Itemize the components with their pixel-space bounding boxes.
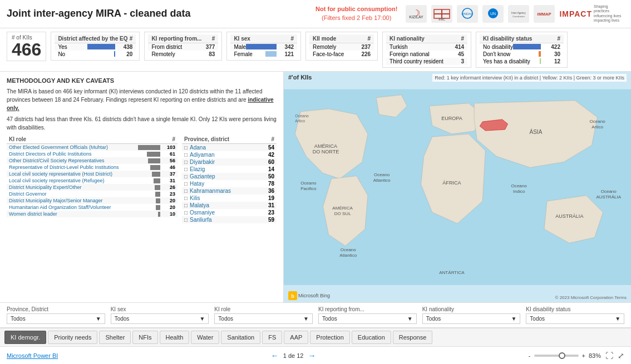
svg-text:Pacifico: Pacifico bbox=[300, 186, 317, 191]
next-page-arrow[interactable]: → bbox=[308, 351, 316, 360]
province-row[interactable]: □ Hatay 78 bbox=[182, 180, 277, 187]
methodology-para1: The MIRA is based on 466 key informant (… bbox=[7, 87, 277, 112]
ki-role-row[interactable]: Local civil society representative (Host… bbox=[7, 171, 178, 177]
ki-role-header: KI role# bbox=[7, 135, 178, 144]
ki-disability-block: KI disability status# No disability 422 … bbox=[476, 32, 568, 68]
tab-ki-demogr.[interactable]: KI demogr. bbox=[4, 331, 46, 344]
kii-count-value: 466 bbox=[12, 41, 41, 58]
ki-role-row[interactable]: District Municipality Major/Senior Manag… bbox=[7, 197, 178, 204]
impact-logo: IMPACT Shaping practices influencing liv… bbox=[559, 4, 624, 23]
left-panel: METHODOLOGY AND KEY CAVEATS The MIRA is … bbox=[0, 72, 284, 302]
tab-aap[interactable]: AAP bbox=[284, 331, 308, 344]
ki-disability-header: KI disability status# bbox=[480, 34, 564, 43]
filter-label: KI disability status bbox=[526, 306, 624, 312]
kii-mode-block: KII mode# Remotely 237 Face-to-face 226 bbox=[305, 32, 378, 61]
svg-text:b: b bbox=[291, 293, 294, 299]
filter-select[interactable]: Todos ▼ bbox=[318, 313, 417, 324]
un-logo: UN bbox=[482, 5, 504, 23]
zoom-minus[interactable]: - bbox=[529, 352, 531, 359]
filter-select[interactable]: Todos ▼ bbox=[214, 313, 313, 324]
svg-text:Atlantico: Atlantico bbox=[373, 177, 391, 182]
page-indicator: 1 de 12 bbox=[283, 352, 304, 359]
tab-education[interactable]: Education bbox=[352, 331, 391, 344]
svg-text:Oceano: Oceano bbox=[374, 172, 390, 177]
filter-select[interactable]: Todos ▼ bbox=[111, 313, 209, 324]
ki-role-row[interactable]: Women district leader 10 bbox=[7, 211, 178, 217]
fullscreen-icon[interactable]: ⛶ bbox=[605, 351, 613, 360]
province-table: Province, district# □ Adana 54 □ Adiyama… bbox=[182, 135, 277, 223]
filter-label: KI nationality bbox=[422, 306, 521, 312]
province-row[interactable]: □ Diyarbakir 60 bbox=[182, 158, 277, 166]
filter-select[interactable]: Todos ▼ bbox=[526, 313, 624, 324]
ki-role-row[interactable]: Representative of District-Level Public … bbox=[7, 164, 178, 171]
province-row[interactable]: □ Elazig 14 bbox=[182, 166, 277, 173]
ki-male-row: Male 342 bbox=[230, 43, 297, 51]
ki-role-row[interactable]: District Municipality Expert/Other 26 bbox=[7, 184, 178, 191]
kizilay-logo: ☽ KIZILAY bbox=[406, 5, 427, 23]
map-area: #'of KIIs Red: 1 key informant interview… bbox=[284, 72, 631, 302]
province-row[interactable]: □ Kahramanmaras 36 bbox=[182, 187, 277, 195]
filter-group-1: KI sex Todos ▼ bbox=[111, 306, 209, 324]
svg-text:ANTÁRTICA: ANTÁRTICA bbox=[439, 270, 465, 275]
kii-count-block: # of KIIs 466 bbox=[7, 32, 46, 61]
ki-role-row[interactable]: Other Elected Government Officials (Muht… bbox=[7, 144, 178, 151]
bottom-right: - + 83% ⛶ ⤢ bbox=[529, 351, 624, 360]
ki-sex-header: KI sex# bbox=[230, 34, 297, 43]
tab-nfis[interactable]: NFIs bbox=[132, 331, 157, 344]
disability-dontknow-row: Don't know 30 bbox=[480, 51, 564, 58]
expand-icon[interactable]: ⤢ bbox=[618, 351, 624, 360]
stats-row: # of KIIs 466 District affected by the E… bbox=[0, 28, 631, 72]
province-row[interactable]: □ Sanliurfa 59 bbox=[182, 216, 277, 223]
ki-role-row[interactable]: Humanitarian Aid Organization Staff/Volu… bbox=[7, 204, 178, 211]
province-row[interactable]: □ Osmaniye 23 bbox=[182, 209, 277, 216]
nationality-foreign-row: Foreign national 45 bbox=[386, 51, 467, 58]
svg-text:Oceano: Oceano bbox=[300, 180, 317, 185]
tab-response[interactable]: Response bbox=[393, 331, 433, 344]
ifrc-logo: IFRC bbox=[431, 5, 452, 23]
province-row[interactable]: □ Adiyaman 42 bbox=[182, 151, 277, 158]
data-tables: KI role# Other Elected Government Offici… bbox=[7, 135, 277, 223]
province-row[interactable]: □ Gaziantep 50 bbox=[182, 173, 277, 180]
tab-health[interactable]: Health bbox=[160, 331, 190, 344]
coordination-logo: Inter-Agency Coordination bbox=[508, 5, 529, 23]
filter-label: Province, District bbox=[7, 306, 105, 312]
filter-select[interactable]: Todos ▼ bbox=[7, 313, 105, 324]
ki-role-row[interactable]: District Governor 23 bbox=[7, 191, 178, 197]
province-row[interactable]: □ Kilis 19 bbox=[182, 195, 277, 202]
warning-text: Not for public consumption! (Filters fix… bbox=[316, 5, 397, 22]
district-eq-header: District affected by the EQ# bbox=[55, 34, 136, 43]
svg-text:Indico: Indico bbox=[513, 188, 525, 193]
tab-sanitation[interactable]: Sanitation bbox=[221, 331, 260, 344]
ki-female-row: Female 121 bbox=[230, 51, 297, 58]
ki-reporting-header: KI reporting from...# bbox=[148, 34, 218, 43]
tab-water[interactable]: Water bbox=[191, 331, 219, 344]
powerbi-link[interactable]: Microsoft Power BI bbox=[7, 352, 58, 359]
ki-role-row[interactable]: District Directors of Public Institution… bbox=[7, 151, 178, 157]
ki-role-row[interactable]: Local civil society representative (Refu… bbox=[7, 177, 178, 184]
province-row[interactable]: □ Adana 54 bbox=[182, 144, 277, 151]
ki-role-row[interactable]: Other District/Civil Society Representat… bbox=[7, 157, 178, 164]
map-footer: © 2023 Microsoft Corporation Terms bbox=[555, 295, 627, 300]
filter-group-2: KI role Todos ▼ bbox=[214, 306, 313, 324]
methodology-para2: 47 districts had less than three KIs. 61… bbox=[7, 115, 277, 132]
zoom-control: - + 83% bbox=[529, 352, 601, 359]
district-no-row: No 20 bbox=[55, 51, 136, 58]
map-count-label: #'of KIIs bbox=[288, 74, 312, 81]
nationality-third-row: Third country resident 3 bbox=[386, 58, 467, 65]
svg-text:Oceano: Oceano bbox=[341, 247, 357, 252]
province-row[interactable]: □ Malatya 31 bbox=[182, 202, 277, 209]
svg-text:UN: UN bbox=[490, 12, 496, 16]
tab-protection[interactable]: Protection bbox=[310, 331, 350, 344]
filter-label: KI reporting from... bbox=[318, 306, 417, 312]
tab-shelter[interactable]: Shelter bbox=[99, 331, 131, 344]
filter-select[interactable]: Todos ▼ bbox=[422, 313, 521, 324]
tab-fs[interactable]: FS bbox=[262, 331, 282, 344]
ki-reporting-block: KI reporting from...# From district 377 … bbox=[144, 32, 222, 61]
prev-page-arrow[interactable]: ← bbox=[271, 351, 279, 360]
zoom-label: 83% bbox=[589, 352, 601, 359]
svg-text:Atlantico: Atlantico bbox=[339, 252, 357, 257]
svg-text:EUROPA: EUROPA bbox=[441, 116, 463, 121]
zoom-slider[interactable] bbox=[534, 355, 579, 357]
zoom-plus[interactable]: + bbox=[582, 352, 585, 359]
tab-priority-needs[interactable]: Priority needs bbox=[48, 331, 97, 344]
